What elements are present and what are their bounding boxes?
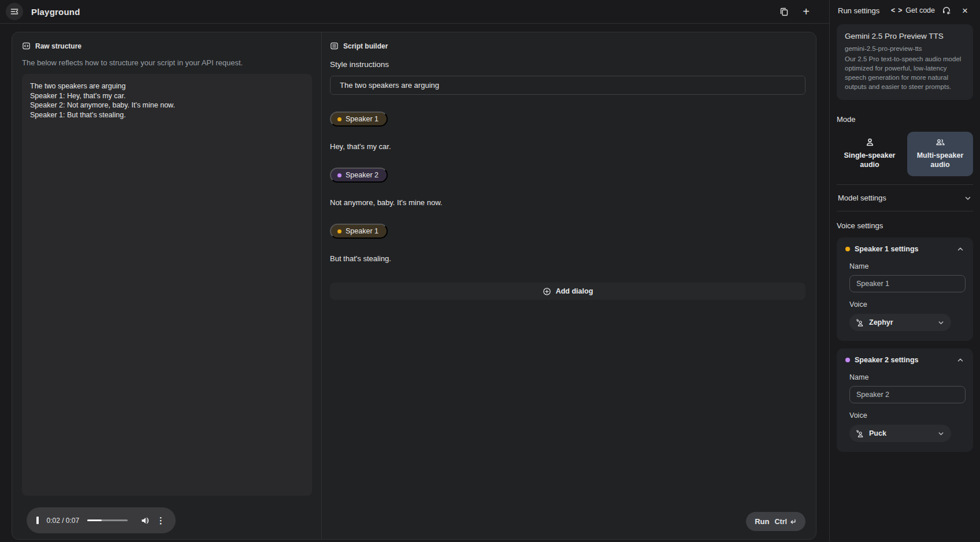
speaker-chip-label: Speaker 1 — [346, 115, 378, 123]
run-shortcut: Ctrl — [774, 518, 797, 526]
page-title: Playground — [31, 7, 80, 17]
dialog-speaker-row: Speaker 1 — [330, 112, 805, 127]
person-icon — [865, 138, 875, 147]
voice-settings-label: Voice settings — [837, 221, 973, 230]
script-builder-panel: Script builder Style instructions Speake… — [322, 32, 816, 539]
speaker-2-voice-value: Puck — [869, 429, 886, 437]
speaker-2-settings-toggle[interactable]: Speaker 2 settings — [844, 356, 966, 364]
speaker-1-voice-select[interactable]: Zephyr — [849, 314, 951, 331]
headphones-tune-icon — [942, 6, 951, 15]
audio-player: 0:02 / 0:07 — [27, 507, 176, 533]
mode-label: Mode — [837, 115, 973, 124]
speaker-2-fields: Name Voice Puck — [844, 373, 966, 442]
run-row: Run Ctrl — [330, 512, 805, 533]
player-menu-button[interactable]: ⋮ — [154, 513, 167, 529]
speaker-2-name-label: Name — [849, 373, 966, 381]
speaker-1-voice-value: Zephyr — [869, 318, 893, 326]
raw-script-line: The two speakers are arguing — [30, 81, 304, 91]
get-code-label: Get code — [905, 6, 935, 14]
code-brackets-icon: < > — [891, 6, 903, 14]
menu-open-button[interactable] — [6, 3, 23, 20]
volume-button[interactable] — [137, 513, 153, 529]
close-panel-button[interactable]: × — [958, 3, 972, 17]
add-dialog-button[interactable]: Add dialog — [330, 283, 805, 300]
raw-script-line: Speaker 1: But that's stealing. — [30, 110, 304, 120]
app-root: Playground + — [0, 0, 980, 542]
pause-button[interactable] — [34, 514, 41, 526]
dialog-speaker-row: Speaker 1 — [330, 224, 805, 239]
audio-player-row: 0:02 / 0:07 — [22, 507, 312, 533]
main-area: Playground + — [0, 0, 829, 542]
model-description: Our 2.5 Pro text-to-speech audio model o… — [845, 54, 965, 91]
chevron-up-icon — [956, 356, 964, 364]
people-icon — [936, 138, 945, 147]
raw-structure-title: Raw structure — [35, 42, 81, 50]
raw-script-block: The two speakers are arguing Speaker 1: … — [22, 74, 312, 496]
add-dialog-label: Add dialog — [556, 287, 593, 295]
speaker-1-settings-card: Speaker 1 settings Name Voice — [837, 237, 973, 341]
chevron-down-icon — [937, 430, 945, 437]
voice-over-icon — [856, 318, 864, 327]
mode-multi-speaker-button[interactable]: Multi-speaker audio — [907, 132, 973, 176]
script-builder-title: Script builder — [343, 42, 388, 50]
speaker-1-fields: Name Voice Zephyr — [844, 262, 966, 331]
raw-structure-panel: Raw structure The below reflects how to … — [12, 32, 322, 539]
speaker-chip[interactable]: Speaker 1 — [330, 224, 388, 239]
mode-options: Single-speaker audio Multi-speaker audio — [837, 132, 973, 176]
mode-multi-speaker-label: Multi-speaker audio — [911, 151, 970, 169]
workspace-panel: Raw structure The below reflects how to … — [12, 32, 816, 540]
speaker-1-dot — [845, 247, 850, 251]
audio-settings-button[interactable] — [940, 3, 953, 17]
speaker-1-settings-title: Speaker 1 settings — [855, 245, 952, 253]
speaker-chip[interactable]: Speaker 2 — [330, 168, 388, 183]
seek-bar[interactable] — [87, 519, 128, 521]
pause-icon — [36, 517, 39, 524]
run-button[interactable]: Run Ctrl — [746, 512, 805, 531]
speaker-2-dot — [845, 358, 850, 362]
chevron-up-icon — [956, 245, 964, 253]
copy-prompt-button[interactable] — [776, 3, 792, 20]
speaker-2-settings-title: Speaker 2 settings — [855, 356, 952, 364]
divider — [837, 211, 973, 211]
dialog-text[interactable]: Not anymore, baby. It's mine now. — [330, 198, 805, 207]
run-shortcut-key: Ctrl — [774, 518, 787, 526]
raw-script-line: Speaker 2: Not anymore, baby. It's mine … — [30, 101, 304, 110]
get-code-button[interactable]: < > Get code — [891, 6, 935, 14]
speaker-dot — [337, 229, 341, 233]
speaker-2-settings-card: Speaker 2 settings Name Voice — [837, 348, 973, 452]
speaker-1-name-label: Name — [849, 262, 966, 270]
model-settings-label: Model settings — [838, 194, 886, 202]
menu-open-icon — [10, 7, 19, 16]
speaker-2-name-input[interactable] — [849, 386, 966, 403]
close-icon: × — [962, 6, 968, 16]
dialog-speaker-row: Speaker 2 — [330, 168, 805, 183]
run-settings-panel: Run settings < > Get code × — [829, 0, 980, 542]
volume-icon — [140, 516, 150, 525]
mode-single-speaker-button[interactable]: Single-speaker audio — [837, 132, 903, 176]
time-display: 0:02 / 0:07 — [47, 517, 80, 525]
run-settings-header: Run settings < > Get code × — [837, 0, 973, 21]
plus-icon: + — [803, 6, 810, 17]
style-instructions-input[interactable] — [330, 76, 805, 95]
new-prompt-button[interactable]: + — [798, 3, 814, 20]
model-settings-toggle[interactable]: Model settings — [837, 185, 973, 211]
speaker-2-voice-select[interactable]: Puck — [849, 425, 951, 442]
top-bar: Playground + — [0, 0, 829, 24]
model-id: gemini-2.5-pro-preview-tts — [845, 45, 965, 52]
model-card[interactable]: Gemini 2.5 Pro Preview TTS gemini-2.5-pr… — [837, 24, 973, 100]
model-name: Gemini 2.5 Pro Preview TTS — [845, 32, 965, 40]
copy-icon — [779, 7, 789, 16]
speaker-1-settings-toggle[interactable]: Speaker 1 settings — [844, 245, 966, 253]
speaker-1-name-input[interactable] — [849, 275, 966, 292]
mode-single-speaker-label: Single-speaker audio — [840, 151, 899, 169]
speaker-chip[interactable]: Speaker 1 — [330, 112, 388, 127]
run-settings-title: Run settings — [838, 6, 879, 15]
dialog-text[interactable]: But that's stealing. — [330, 254, 805, 263]
speaker-dot — [337, 117, 341, 121]
enter-key-icon — [788, 518, 797, 526]
mode-section: Mode Single-speaker audio — [837, 115, 973, 176]
dots-vertical-icon: ⋮ — [157, 515, 165, 526]
dialog-text[interactable]: Hey, that's my car. — [330, 142, 805, 151]
chevron-down-icon — [937, 319, 945, 326]
run-button-label: Run — [755, 517, 769, 526]
